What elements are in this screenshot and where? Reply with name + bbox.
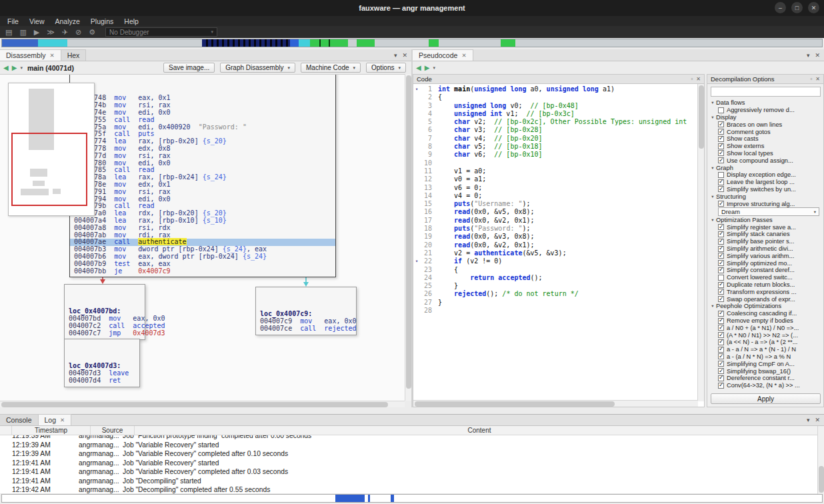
close-pane-icon[interactable]: ✕ [815,417,820,423]
feature-map[interactable] [1,39,823,47]
pseudocode-line[interactable]: ▾ 11 v1 = a0; [413,167,698,175]
debugger-select[interactable]: No Debugger ▾ [105,27,217,37]
pseudocode-line[interactable]: ▾ 10 [413,159,698,167]
option-row[interactable]: ▾ ▾ Simplify stack canaries [709,231,823,238]
fold-marker-icon[interactable]: ▾ [413,257,420,265]
option-row[interactable]: ▾ ▾ Swap operands of expr... [709,295,823,303]
checkbox[interactable] [718,267,724,273]
pseudocode-line[interactable]: ▾ 14 v4 = 0; [413,192,698,200]
checkbox[interactable] [718,224,724,230]
pseudocode-line[interactable]: ▾ 15 puts("Username: "); [413,200,698,208]
disassembly-vscrollbar[interactable] [405,74,411,401]
close-icon[interactable]: ✕ [60,417,65,423]
option-row[interactable]: ▾ ▾ Peephole Optimizations [709,303,823,310]
menu-item[interactable]: Analyze [50,16,85,26]
pseudocode-line[interactable]: ▾ 16 read(0x0, &v5, 0x8); [413,208,698,216]
log-row[interactable]: 12:19:41 AM angrmanag... Job "Decompilin… [0,477,819,486]
options-search-input[interactable] [711,87,821,97]
checkbox[interactable] [718,201,724,207]
close-icon[interactable]: ✕ [815,76,820,82]
option-row[interactable]: ▾ ▾ Display exception edge... [709,171,823,179]
checkbox[interactable] [718,260,724,266]
apply-button[interactable]: Apply [711,393,821,404]
option-row[interactable]: ▾ ▾ Duplicate return blocks... [709,281,823,289]
collapse-arrow-icon[interactable]: ▾ [709,165,716,171]
option-row[interactable]: ▾ ▾ (a << N) - a => (a * (2 **... [709,339,823,346]
checkbox[interactable] [718,361,724,367]
option-row[interactable]: ▾ ▾ Use compound assign... [709,157,823,164]
view-mode-dropdown[interactable]: Graph Disassembly ▾ [220,63,295,73]
checkbox[interactable] [718,129,724,135]
option-row[interactable]: ▾ ▾ Simplify register save a... [709,223,823,231]
pseudocode-line[interactable]: ▾ 1 int main(unsigned long a0, unsigned … [413,85,698,93]
graph-minimap[interactable] [8,83,95,216]
scrollbar-thumb[interactable] [819,466,824,493]
back-icon[interactable]: ◀ [416,65,421,71]
pseudocode-line[interactable]: ▾ 28 [413,307,698,315]
checkbox[interactable] [718,368,724,374]
option-row[interactable]: ▾ ▾ Simplify arithmetic divi... [709,245,823,253]
option-row[interactable]: ▾ ▾ Optimization Passes [709,216,823,223]
log-feature-map[interactable] [1,494,823,503]
checkbox[interactable] [718,282,724,288]
option-row[interactable]: ▾ ▾ Data flows [709,99,823,107]
disasm-line[interactable]: 004007c7 jmp 0x4007d3 [65,330,145,337]
close-icon[interactable]: ✕ [50,52,55,59]
option-row[interactable]: ▾ ▾ Show externs [709,143,823,150]
option-row[interactable]: ▾ ▾ Simplify various arithm... [709,252,823,259]
option-row[interactable]: ▾ ▾ Simplifying CmpF on A... [709,360,823,367]
checkbox[interactable] [718,107,724,113]
checkbox[interactable] [718,383,724,389]
log-row[interactable]: 12:19:39 AM angrmanag... Job "Variable R… [0,441,819,450]
pseudocode-line[interactable]: ▾ 6 char v3; // [bp-0x28] [413,126,698,134]
pseudocode-line[interactable]: ▾ 4 unsigned int v1; // [bp-0x3c] [413,110,698,118]
fold-marker-icon[interactable]: ▾ [413,85,420,93]
option-row[interactable]: ▾ ▾ Display [709,114,823,121]
tab-list-icon[interactable]: ▾ [394,52,397,59]
pseudocode-line[interactable]: ▾ 8 char v5; // [bp-0x18] [413,143,698,151]
log-row[interactable]: 12:19:39 AM angrmanag... Job "Variable R… [0,449,819,459]
disasm-block-accepted[interactable]: loc_0x4007bd:004007bd mov eax, 0x0004007… [64,284,145,340]
log-column-source[interactable]: Source [91,426,135,435]
checkbox[interactable] [718,172,724,178]
float-icon[interactable]: ▫ [691,76,693,82]
save-icon[interactable]: ▥ [19,29,26,36]
pseudocode-line[interactable]: ▾ 25 } [413,282,698,290]
disasm-block-rejected[interactable]: loc_0x4007c9:004007c9 mov eax, 0x0004007… [255,287,357,335]
option-row[interactable]: ▾ ▾ Aggressively remove d... [709,107,823,114]
menu-item[interactable]: File [2,16,24,26]
disasm-block-main[interactable]: 00400748 mov eax, 0x10040074b mov rsi, r… [69,74,336,277]
checkbox[interactable] [718,179,724,185]
option-row[interactable]: ▾ ▾ a - (a / N * N) => a % N [709,353,823,361]
menu-item[interactable]: Help [119,16,144,26]
option-row[interactable]: ▾ ▾ Simplify switches by un... [709,186,823,193]
checkbox[interactable] [718,121,724,127]
checkbox[interactable] [718,239,724,245]
checkbox[interactable] [718,253,724,259]
option-row[interactable]: ▾ ▾ a - a / N => a * (N - 1) / N [709,346,823,353]
log-row[interactable]: 12:19:42 AM angrmanag... Job "Decompilin… [0,485,819,493]
collapse-arrow-icon[interactable]: ▾ [709,100,716,105]
pseudocode-line[interactable]: ▾ 26 rejected(); /* do not return */ [413,290,698,298]
pseudocode-line[interactable]: ▾ 13 v6 = 0; [413,184,698,192]
checkbox[interactable] [718,231,724,237]
checkbox[interactable] [718,353,724,359]
checkbox[interactable] [718,375,724,381]
fly-icon[interactable]: ✈ [62,29,68,36]
option-row[interactable]: ▾ ▾ Improve structuring alg... [709,200,823,207]
option-row[interactable]: ▾ ▾ Simplify base pointer s... [709,238,823,245]
checkbox[interactable] [718,186,724,192]
pseudocode-line[interactable]: ▾ 19 read(0x0, &v3, 0x8); [413,233,698,241]
disasm-block-return[interactable]: loc_0x4007d3:004007d3 leave004007d4 ret [64,339,140,387]
back-icon[interactable]: ◀ [3,65,9,71]
option-row[interactable]: ▾ ▾ Simplify constant deref... [709,267,823,274]
menu-item[interactable]: View [24,16,50,26]
checkbox[interactable] [718,311,724,317]
option-row[interactable]: ▾ ▾ Simplify optimized mo... [709,259,823,267]
log-column-content[interactable]: Content [135,426,824,435]
checkbox[interactable] [718,150,724,156]
chevron-down-icon[interactable]: ▾ [20,65,23,71]
scrollbar-thumb[interactable] [415,401,615,407]
option-row[interactable]: ▾ ▾ Show casts [709,135,823,143]
disasm-line[interactable]: 004007d4 ret [65,377,139,385]
